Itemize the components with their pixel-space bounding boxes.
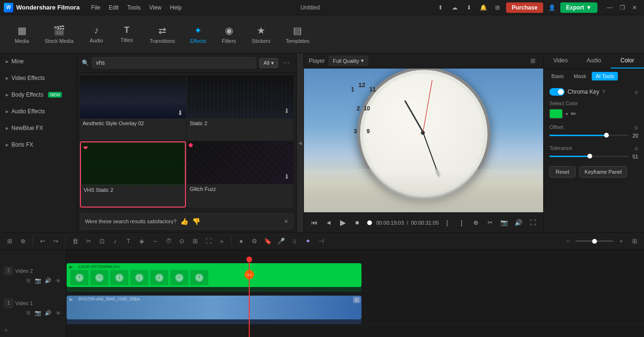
track-volume-icon[interactable]: 🔊 [44, 277, 52, 285]
track-camera-icon[interactable]: 📷 [34, 277, 42, 285]
menu-edit[interactable]: Edit [105, 3, 123, 12]
effect-item[interactable]: ⬇ Static 2 [187, 76, 293, 140]
timer-icon[interactable]: ⊙ [176, 236, 187, 247]
mark-out-button[interactable]: ] [456, 217, 467, 228]
user-icon[interactable]: 👤 [546, 2, 557, 13]
menu-file[interactable]: File [87, 3, 104, 12]
play-button[interactable]: ▶ [337, 217, 349, 228]
subtab-mask[interactable]: Mask [570, 72, 590, 80]
filter-dropdown[interactable]: All ▾ [259, 58, 278, 68]
tool-transitions[interactable]: ⇄ Transitions [143, 22, 182, 47]
save-icon[interactable]: ⬇ [463, 2, 475, 13]
tab-color[interactable]: Color [611, 53, 644, 69]
close-satisfaction-icon[interactable]: ✕ [284, 218, 288, 225]
tolerance-keyframe-icon[interactable]: ◇ [634, 146, 638, 151]
tool-templates[interactable]: ▤ Templates [279, 22, 316, 47]
subtab-basic[interactable]: Basic [547, 72, 568, 80]
split-icon[interactable]: ⊣ [315, 236, 327, 247]
offset-keyframe-icon[interactable]: ◇ [634, 125, 638, 130]
thumbs-down-icon[interactable]: 👎 [192, 218, 200, 225]
sidebar-item-audio-effects[interactable]: ▶ Audio Effects [0, 103, 77, 120]
sidebar-item-video-effects[interactable]: ▶ Video Effects [0, 70, 77, 87]
tab-audio[interactable]: Audio [577, 53, 611, 69]
tool-titles[interactable]: T Titles [113, 22, 141, 46]
eyedropper-icon[interactable]: ✏ [571, 110, 576, 118]
sidebar-item-boris-fx[interactable]: ▶ Boris FX [0, 137, 77, 153]
bookmark-icon[interactable]: 🔖 [262, 236, 273, 247]
sidebar-item-mine[interactable]: ▶ Mine [0, 53, 77, 70]
tab-video[interactable]: Video [544, 53, 577, 69]
menu-tools[interactable]: Tools [123, 3, 144, 12]
tool-effects[interactable]: ✦ Effects [184, 22, 213, 47]
video-clip-green[interactable]: 13430-907599894.brv ▶ 🕐 🕒 🕔 🕖 🕗 🕙 🕚 [67, 263, 361, 287]
mask-icon[interactable]: ◈ [136, 236, 147, 247]
track-expand-icon[interactable]: ⊞ [24, 277, 32, 285]
search-input[interactable] [92, 57, 257, 69]
clip-split-button[interactable]: ✂ [484, 217, 496, 228]
export-project-icon[interactable]: ⬆ [435, 2, 446, 13]
apps-icon[interactable]: ⊞ [492, 2, 503, 13]
cloud-icon[interactable]: ☁ [449, 2, 460, 13]
mark-in-button[interactable]: [ [441, 217, 453, 228]
tool-stickers[interactable]: ★ Stickers [245, 22, 277, 47]
minimize-button[interactable]: — [604, 2, 615, 13]
maximize-button[interactable]: ❐ [616, 2, 628, 13]
speed-icon[interactable]: ⏱ [163, 236, 174, 247]
expand-icon[interactable]: ⛶ [203, 236, 214, 247]
stop-button[interactable]: ■ [351, 217, 363, 228]
fullscreen-button[interactable]: ⛶ [527, 217, 538, 228]
track-camera-icon[interactable]: 📷 [34, 309, 42, 317]
more-options-icon[interactable]: ⋯ [281, 58, 292, 68]
help-icon[interactable]: ? [602, 89, 605, 95]
fullscreen-icon[interactable]: ⊞ [527, 55, 538, 67]
quality-dropdown[interactable]: Full Quality ▾ [329, 56, 368, 66]
delete-icon[interactable]: 🗑 [69, 236, 81, 247]
effect-item[interactable]: ⬇ Aesthetic Style Overlay 02 [80, 76, 186, 140]
effect-item-selected[interactable]: ❤ VHS Static 2 [80, 141, 186, 208]
panel-collapse-button[interactable]: ◀ [297, 53, 304, 232]
tolerance-slider[interactable] [549, 156, 628, 157]
download-icon[interactable]: ⬇ [177, 109, 183, 117]
settings-icon[interactable]: ⚙ [249, 236, 260, 247]
effects-track-icon[interactable]: ✦ [302, 236, 313, 247]
track-eye-icon[interactable]: 👁 [54, 277, 62, 285]
video-clip-blue[interactable]: 3515758-uhd_3840_2160_25fps ▶ ⊞ [67, 296, 361, 319]
redo-icon[interactable]: ↪ [50, 236, 61, 247]
track-expand-icon[interactable]: ⊞ [24, 309, 32, 317]
keyframe-panel-button[interactable]: Keyframe Panel [579, 166, 627, 178]
track-volume-icon[interactable]: 🔊 [44, 309, 52, 317]
menu-help[interactable]: Help [166, 3, 185, 12]
keyframe-diamond-icon[interactable]: ◇ [634, 89, 638, 95]
skip-back-button[interactable]: ⏮ [309, 217, 320, 228]
undo-icon[interactable]: ↩ [37, 236, 48, 247]
scale-icon[interactable]: ⊞ [189, 236, 201, 247]
add-track-button[interactable]: + [0, 324, 66, 336]
zoom-in-icon[interactable]: + [615, 236, 627, 247]
sidebar-item-newblue-fx[interactable]: ▶ NewBlue FX [0, 120, 77, 137]
tool-stock-media[interactable]: 🎬 Stock Media [38, 22, 80, 47]
audio-track-icon[interactable]: ♫ [289, 236, 300, 247]
cut-icon[interactable]: ✂ [83, 236, 94, 247]
record-icon[interactable]: ● [235, 236, 247, 247]
add-to-timeline-button[interactable]: ⊕ [470, 217, 481, 228]
zoom-slider[interactable] [576, 240, 614, 242]
reset-button[interactable]: Reset [549, 166, 576, 178]
audio-icon[interactable]: ♪ [109, 236, 121, 247]
volume-button[interactable]: 🔊 [513, 217, 524, 228]
tool-media[interactable]: ▦ Media [8, 22, 36, 47]
offset-slider[interactable] [549, 135, 628, 136]
chroma-key-toggle[interactable] [549, 88, 565, 96]
subtab-ai-tools[interactable]: AI Tools [592, 72, 618, 80]
effect-item[interactable]: ⬇ Glitch Fuzz [187, 141, 293, 208]
color-swatch[interactable] [549, 109, 563, 119]
zoom-out-icon[interactable]: − [562, 236, 574, 247]
add-track-icon[interactable]: ⊞ [4, 236, 15, 247]
grid-view-icon[interactable]: ⊞ [629, 236, 640, 247]
menu-view[interactable]: View [145, 3, 165, 12]
magnet-icon[interactable]: ⊕ [17, 236, 29, 247]
wrap-icon[interactable]: ↔ [149, 236, 161, 247]
export-button[interactable]: Export ▼ [560, 2, 597, 13]
notification-icon[interactable]: 🔔 [478, 2, 489, 13]
snapshot-button[interactable]: 📷 [498, 217, 510, 228]
track-eye-icon[interactable]: 👁 [54, 309, 62, 317]
